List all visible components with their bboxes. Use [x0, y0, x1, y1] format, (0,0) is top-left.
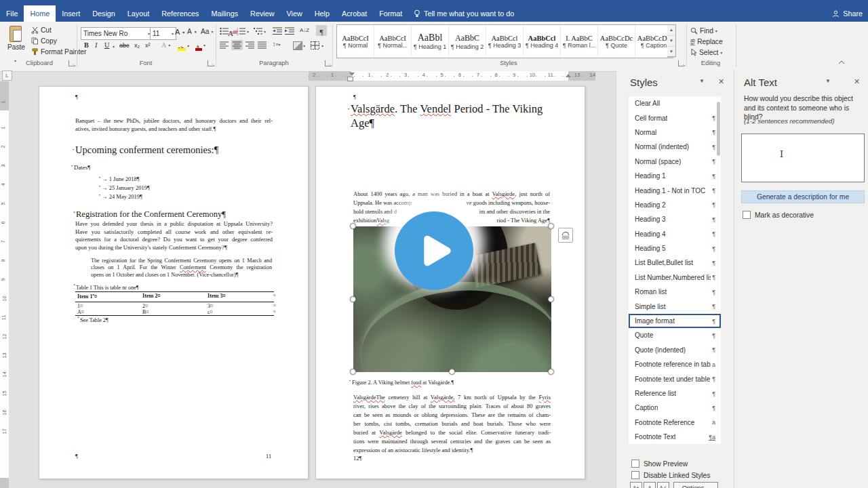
- tab-insert[interactable]: Insert: [56, 5, 86, 22]
- gallery-style--normal[interactable]: AaBbCcI¶ Normal: [337, 25, 374, 58]
- tab-references[interactable]: References: [155, 5, 205, 22]
- gallery-style--heading-2[interactable]: AaBbC¶ Heading 2: [449, 25, 486, 58]
- alt-text-input[interactable]: I: [741, 134, 865, 182]
- align-right-button[interactable]: [245, 41, 254, 49]
- shading-button[interactable]: [293, 41, 302, 50]
- tab-help[interactable]: Help: [309, 5, 336, 22]
- style-item-heading-3[interactable]: Heading 3¶: [629, 212, 721, 226]
- style-item-reference-list[interactable]: Reference list¶: [629, 386, 721, 401]
- style-item-roman-list[interactable]: Roman list¶: [629, 285, 721, 299]
- multilevel-list-button[interactable]: [254, 27, 263, 35]
- tab-selector-box[interactable]: L: [2, 70, 12, 81]
- document-page-11[interactable]: ¶ Banquet – the new PhDs, jubilee doctor…: [39, 86, 309, 479]
- align-left-button[interactable]: [220, 41, 229, 49]
- resize-handle[interactable]: [449, 369, 455, 375]
- close-icon[interactable]: ✕: [718, 77, 724, 86]
- style-item-cell-format[interactable]: Cell format¶: [629, 110, 721, 125]
- text-effects-button[interactable]: A▾: [161, 41, 170, 49]
- borders-caret[interactable]: ▾: [321, 43, 323, 48]
- share-button[interactable]: Share: [832, 5, 863, 22]
- find-button[interactable]: Find▾: [690, 27, 717, 35]
- tab-view[interactable]: View: [281, 5, 309, 22]
- show-preview-checkbox[interactable]: Show Preview: [631, 460, 688, 468]
- disable-linked-checkbox[interactable]: Disable Linked Styles: [631, 471, 710, 479]
- resize-handle[interactable]: [350, 296, 356, 302]
- style-item-footnote-text-under-table[interactable]: Footnote text under table¶: [629, 371, 721, 386]
- format-painter-button[interactable]: Format Painter: [31, 48, 86, 56]
- new-style-button[interactable]: A+: [630, 482, 642, 488]
- gallery-scroll-up[interactable]: ▲: [667, 25, 675, 36]
- resize-handle[interactable]: [350, 369, 356, 375]
- shading-caret[interactable]: ▾: [303, 43, 305, 48]
- layout-options-button[interactable]: [558, 228, 573, 243]
- style-item-list-number-numbered-lis[interactable]: List Number,Numbered lis¶: [629, 270, 721, 285]
- manage-styles-button[interactable]: A✓: [657, 482, 669, 488]
- style-item-heading-5[interactable]: Heading 5¶: [629, 241, 721, 256]
- numbering-button[interactable]: 123: [237, 27, 246, 35]
- gallery-style--quote[interactable]: AaBbCcDc¶ Quote: [598, 25, 635, 58]
- style-inspector-button[interactable]: A: [644, 482, 656, 488]
- highlight-color-button[interactable]: ab ▾: [178, 41, 184, 54]
- gallery-more-button[interactable]: ▼: [667, 47, 675, 58]
- tab-design[interactable]: Design: [86, 5, 121, 22]
- select-button[interactable]: Select▾: [690, 49, 722, 56]
- scrollbar[interactable]: [717, 102, 720, 156]
- style-item-heading-2[interactable]: Heading 2¶: [629, 198, 721, 212]
- underline-button[interactable]: U: [104, 41, 109, 49]
- underline-caret[interactable]: ▾: [113, 44, 115, 49]
- font-size-combobox[interactable]: 11▾: [150, 27, 176, 40]
- horizontal-ruler[interactable]: 2112345678910111314: [309, 71, 595, 81]
- style-item-heading-1-not-in-toc[interactable]: Heading 1 - Not in TOC¶: [629, 183, 721, 197]
- show-formatting-marks-button[interactable]: ¶: [316, 25, 327, 36]
- strikethrough-button[interactable]: abc: [119, 42, 130, 49]
- justify-button[interactable]: [258, 41, 267, 49]
- video-play-button[interactable]: [395, 211, 473, 290]
- gallery-style--normal-[interactable]: AaBbCcI¶ Normal...: [374, 25, 412, 58]
- style-item-clear-all[interactable]: Clear All: [629, 96, 721, 110]
- gallery-style--heading-4[interactable]: AaBbCcl¶ Heading 4: [524, 25, 561, 58]
- resize-handle[interactable]: [548, 296, 554, 302]
- style-item-normal[interactable]: Normal¶: [629, 125, 721, 140]
- increase-indent-button[interactable]: [285, 27, 294, 35]
- document-table[interactable]: Item 1a¤Item 2¤Item 3¤1¤2¤3¤A¤B¤c¤¤¤¤: [75, 291, 274, 316]
- tell-me-box[interactable]: Tell me what you want to do: [407, 5, 521, 22]
- collapse-ribbon-button[interactable]: [838, 60, 845, 64]
- style-item-list-bullet-bullet-list[interactable]: List Bullet,Bullet list¶: [629, 256, 721, 270]
- style-item-image-format[interactable]: Image format¶: [629, 314, 721, 328]
- tab-layout[interactable]: Layout: [121, 5, 155, 22]
- font-color-button[interactable]: A ▾: [195, 41, 200, 53]
- style-item-quote[interactable]: Quote¶: [629, 328, 721, 342]
- numbering-caret[interactable]: ▾: [247, 29, 249, 34]
- pane-dropdown-caret[interactable]: ▼: [825, 78, 831, 84]
- cut-button[interactable]: Cut: [31, 26, 52, 34]
- font-name-combobox[interactable]: Times New Ro▾: [81, 27, 153, 40]
- superscript-button[interactable]: x²: [145, 42, 151, 49]
- line-spacing-button[interactable]: ↕≡▾: [273, 41, 281, 47]
- font-dialog-launcher[interactable]: [208, 60, 214, 66]
- style-item-footnote-reference[interactable]: Footnote Referencea: [629, 415, 721, 430]
- style-item-heading-4[interactable]: Heading 4¶: [629, 227, 721, 241]
- close-icon[interactable]: ✕: [854, 77, 860, 86]
- bold-button[interactable]: B: [84, 41, 89, 49]
- right-indent-marker[interactable]: [566, 74, 571, 77]
- sort-button[interactable]: A↓Z: [300, 26, 309, 33]
- style-item-quote-indented-[interactable]: Quote (indented)¶: [629, 343, 721, 357]
- style-item-footnote-text[interactable]: Footnote Text¶a: [629, 430, 721, 444]
- gallery-style--heading-1[interactable]: AaBbl¶ Heading 1: [412, 25, 449, 58]
- style-item-simple-list[interactable]: Simple list¶: [629, 299, 721, 313]
- style-item-footnote-reference-in-table[interactable]: Footnote reference in tablea: [629, 357, 721, 371]
- tab-home[interactable]: Home: [24, 5, 56, 22]
- left-indent-box[interactable]: [347, 77, 353, 81]
- bullets-caret[interactable]: ▾: [230, 29, 232, 34]
- paste-button[interactable]: Paste ▾: [4, 24, 28, 62]
- options-button[interactable]: Options...: [673, 482, 718, 488]
- tab-format[interactable]: Format: [373, 5, 408, 22]
- left-indent-marker[interactable]: [349, 73, 355, 76]
- change-case-button[interactable]: Aa▾: [201, 28, 213, 35]
- paragraph-dialog-launcher[interactable]: [325, 60, 331, 66]
- grow-font-button[interactable]: A▲: [175, 28, 185, 36]
- vertical-ruler[interactable]: 11234567891011121314151617: [0, 81, 9, 488]
- tab-mailings[interactable]: Mailings: [205, 5, 244, 22]
- tab-review[interactable]: Review: [244, 5, 280, 22]
- gallery-style--heading-3[interactable]: AaBbCcl¶ Heading 3: [486, 25, 524, 58]
